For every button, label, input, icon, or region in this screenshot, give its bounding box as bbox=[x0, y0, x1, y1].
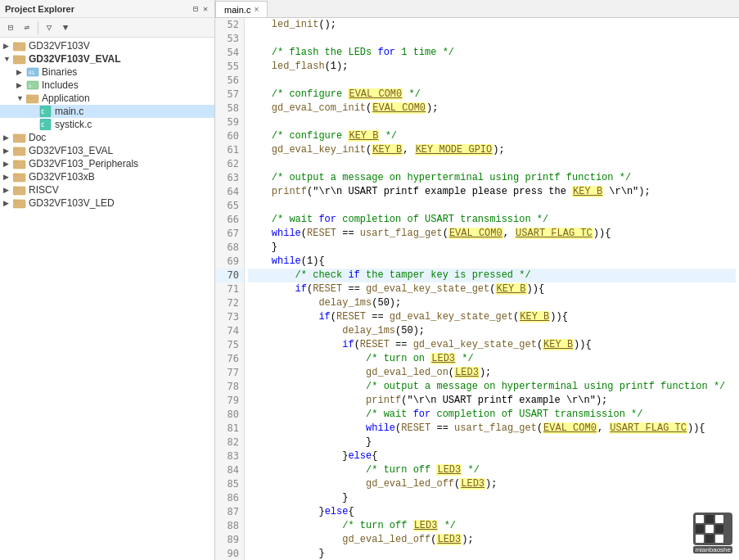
folder-icon-eval2 bbox=[13, 145, 26, 156]
code-line-66: /* wait for completion of USART transmis… bbox=[248, 213, 736, 227]
svg-rect-21 bbox=[13, 160, 18, 163]
code-line-79: printf("\r\n USART printf example \r\n")… bbox=[248, 394, 736, 408]
folder-icon-103xb bbox=[13, 171, 26, 183]
code-line-65 bbox=[248, 199, 736, 213]
code-line-75: if(RESET == gd_eval_key_state_get(KEY_B)… bbox=[248, 338, 736, 352]
tree-item-riscv[interactable]: ▶ RISCV bbox=[0, 183, 214, 196]
tree-arrow-103xb: ▶ bbox=[3, 173, 13, 181]
tree-label-riscv: RISCV bbox=[29, 184, 59, 196]
svg-rect-19 bbox=[13, 147, 18, 150]
folder-icon-riscv bbox=[13, 184, 26, 196]
wm-cell-5 bbox=[705, 525, 714, 533]
wm-cell-3 bbox=[715, 515, 723, 523]
svg-rect-23 bbox=[13, 174, 18, 176]
line-number-81: 81 bbox=[215, 422, 244, 436]
line-number-79: 79 bbox=[215, 394, 244, 408]
project-explorer-panel: Project Explorer ⊟ ✕ ⊟ ⇌ ▽ ▼ bbox=[0, 0, 215, 560]
tree-label-doc: Doc bbox=[29, 132, 46, 143]
tree-item-application[interactable]: ▼ Application bbox=[0, 92, 214, 105]
tree-item-led[interactable]: ▶ GD32VF103V_LED bbox=[0, 196, 214, 210]
tree-label-includes: Includes bbox=[42, 79, 79, 91]
close-icon[interactable]: ✕ bbox=[201, 4, 210, 14]
wm-cell-7 bbox=[696, 535, 704, 543]
code-line-73: if(RESET == gd_eval_key_state_get(KEY_B)… bbox=[248, 310, 736, 324]
line-number-76: 76 bbox=[215, 352, 244, 366]
wm-cell-6 bbox=[715, 525, 723, 533]
tree-item-binaries[interactable]: ▶ 01 Binaries bbox=[0, 65, 214, 79]
panel-header: Project Explorer ⊟ ✕ bbox=[0, 0, 214, 18]
line-number-85: 85 bbox=[215, 477, 244, 491]
line-number-72: 72 bbox=[215, 296, 244, 310]
folder-icon bbox=[13, 40, 26, 52]
wm-cell-4 bbox=[696, 525, 704, 533]
code-line-78: /* output a message on hyperterminal usi… bbox=[248, 380, 736, 394]
code-line-88: /* turn off LED3 */ bbox=[248, 519, 736, 533]
project-tree: ▶ GD32VF103V ▼ GD32VF103V_EVAL bbox=[0, 38, 214, 560]
tree-item-systick-c[interactable]: C systick.c bbox=[0, 118, 214, 131]
tree-item-gd32vf103v[interactable]: ▶ GD32VF103V bbox=[0, 39, 214, 52]
tree-arrow-gd32vf103v: ▶ bbox=[3, 42, 13, 50]
tree-item-peripherals[interactable]: ▶ GD32VF103_Peripherals bbox=[0, 157, 214, 170]
tree-item-includes[interactable]: ▶ h Includes bbox=[0, 79, 214, 92]
line-number-53: 53 bbox=[215, 32, 244, 46]
line-number-78: 78 bbox=[215, 380, 244, 394]
includes-icon: h bbox=[26, 79, 39, 91]
line-number-69: 69 bbox=[215, 255, 244, 269]
line-number-55: 55 bbox=[215, 60, 244, 74]
line-number-57: 57 bbox=[215, 88, 244, 102]
line-number-68: 68 bbox=[215, 241, 244, 255]
code-line-55: led_flash(1); bbox=[248, 60, 736, 74]
tree-arrow-eval: ▼ bbox=[3, 55, 13, 63]
tree-item-gd32vf103v-eval[interactable]: ▼ GD32VF103V_EVAL bbox=[0, 52, 214, 65]
line-number-89: 89 bbox=[215, 533, 244, 547]
line-number-86: 86 bbox=[215, 491, 244, 505]
line-number-77: 77 bbox=[215, 366, 244, 380]
code-line-86: } bbox=[248, 491, 736, 505]
code-line-76: /* turn on LED3 */ bbox=[248, 352, 736, 366]
code-line-89: gd_eval_led_off(LED3); bbox=[248, 533, 736, 547]
tree-item-gd32vf103xb[interactable]: ▶ GD32VF103xB bbox=[0, 170, 214, 183]
tree-item-gd32vf103-eval[interactable]: ▶ GD32VF103_EVAL bbox=[0, 144, 214, 157]
code-line-59 bbox=[248, 115, 736, 129]
code-line-70: /* check if the tamper key is pressed */ bbox=[248, 269, 736, 282]
dropdown-icon[interactable]: ▼ bbox=[58, 20, 73, 35]
code-line-81: while(RESET == usart_flag_get(EVAL_COM0,… bbox=[248, 422, 736, 436]
code-line-90: } bbox=[248, 547, 736, 560]
line-number-73: 73 bbox=[215, 310, 244, 324]
code-text-content[interactable]: led_init(); /* flash the LEDs for 1 time… bbox=[245, 18, 739, 560]
binaries-icon: 01 bbox=[26, 66, 39, 78]
code-line-82: } bbox=[248, 436, 736, 449]
tree-label-eval: GD32VF103V_EVAL bbox=[29, 53, 121, 65]
panel-toolbar: ⊟ ⇌ ▽ ▼ bbox=[0, 18, 214, 38]
line-number-64: 64 bbox=[215, 185, 244, 199]
tree-arrow-binaries: ▶ bbox=[16, 68, 26, 76]
tree-label-103xb: GD32VF103xB bbox=[29, 171, 95, 183]
collapse-all-icon[interactable]: ⊟ bbox=[3, 20, 18, 35]
code-line-68: } bbox=[248, 241, 736, 255]
code-line-71: if(RESET == gd_eval_key_state_get(KEY_B)… bbox=[248, 282, 736, 296]
code-line-52: led_init(); bbox=[248, 18, 736, 32]
tree-label-eval2: GD32VF103_EVAL bbox=[29, 145, 113, 156]
line-number-56: 56 bbox=[215, 74, 244, 88]
tree-label-gd32vf103v: GD32VF103V bbox=[29, 40, 90, 52]
line-number-90: 90 bbox=[215, 547, 244, 560]
svg-text:h: h bbox=[29, 83, 32, 89]
tree-label-led: GD32VF103V_LED bbox=[29, 197, 115, 209]
tree-arrow-application: ▼ bbox=[16, 94, 26, 102]
wm-cell-1 bbox=[696, 515, 704, 523]
wm-cell-2 bbox=[705, 515, 714, 523]
tab-main-c[interactable]: main.c × bbox=[215, 1, 268, 17]
tree-item-main-c[interactable]: C main.c bbox=[0, 105, 214, 118]
code-line-74: delay_1ms(50); bbox=[248, 324, 736, 338]
line-number-58: 58 bbox=[215, 102, 244, 115]
line-number-82: 82 bbox=[215, 436, 244, 449]
code-editor-panel: main.c × 5253545556575859606162636465666… bbox=[215, 0, 739, 560]
link-with-editor-icon[interactable]: ⇌ bbox=[20, 20, 34, 35]
svg-rect-1 bbox=[13, 43, 18, 45]
view-menu-icon[interactable]: ▽ bbox=[42, 20, 56, 35]
line-number-80: 80 bbox=[215, 408, 244, 422]
minimize-icon[interactable]: ⊟ bbox=[192, 4, 200, 14]
tab-close-btn[interactable]: × bbox=[254, 5, 259, 14]
tree-item-doc[interactable]: ▶ Doc bbox=[0, 131, 214, 144]
tree-label-peripherals: GD32VF103_Peripherals bbox=[29, 158, 138, 169]
